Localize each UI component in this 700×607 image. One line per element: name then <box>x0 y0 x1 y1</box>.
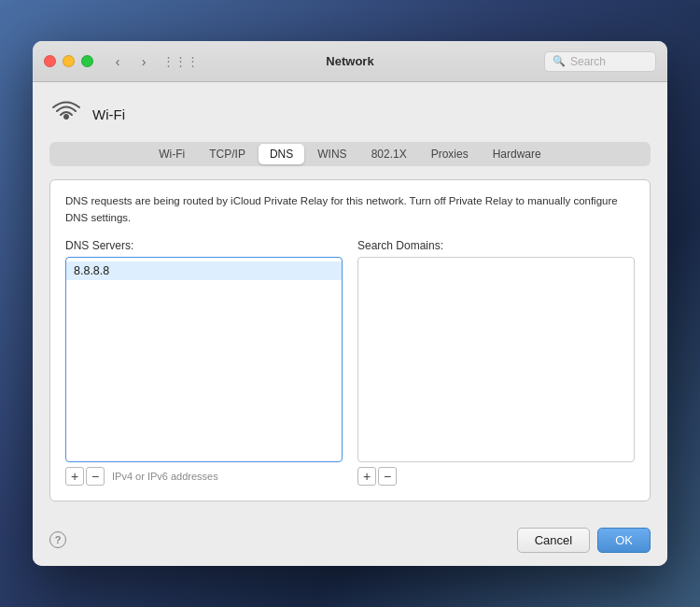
dns-add-button[interactable]: + <box>65 467 84 486</box>
ok-button[interactable]: OK <box>597 528 651 553</box>
footer-actions: Cancel OK <box>517 528 651 553</box>
traffic-lights <box>44 55 93 67</box>
search-domains-remove-button[interactable]: − <box>378 467 397 486</box>
dns-panel: DNS requests are being routed by iCloud … <box>49 179 651 501</box>
search-placeholder: Search <box>570 55 606 68</box>
tab-wins[interactable]: WINS <box>306 144 357 164</box>
info-text: DNS requests are being routed by iCloud … <box>65 193 635 226</box>
tab-wifi[interactable]: Wi-Fi <box>147 144 196 164</box>
dns-add-remove-bar: + − IPv4 or IPv6 addresses <box>65 467 343 486</box>
tab-tcpip[interactable]: TCP/IP <box>198 144 257 164</box>
cancel-button[interactable]: Cancel <box>517 528 590 553</box>
forward-button[interactable]: › <box>133 52 155 71</box>
columns: DNS Servers: 8.8.8.8 + − IPv4 or IPv6 ad… <box>65 239 635 486</box>
search-domains-list[interactable] <box>357 257 635 462</box>
tab-dns[interactable]: DNS <box>259 144 304 164</box>
minimize-button[interactable] <box>63 55 75 67</box>
footer: ? Cancel OK <box>33 516 667 566</box>
back-button[interactable]: ‹ <box>106 52 129 71</box>
maximize-button[interactable] <box>81 55 93 67</box>
content-area: Wi-Fi Wi-Fi TCP/IP DNS WINS 802.1X Proxi… <box>33 82 667 516</box>
dns-entry[interactable]: 8.8.8.8 <box>66 261 342 280</box>
search-domains-label: Search Domains: <box>357 239 635 252</box>
wifi-header: Wi-Fi <box>49 97 651 131</box>
dns-hint: IPv4 or IPv6 addresses <box>112 471 218 482</box>
help-button[interactable]: ? <box>49 531 66 548</box>
tab-8021x[interactable]: 802.1X <box>360 144 418 164</box>
close-button[interactable] <box>44 55 56 67</box>
search-domains-add-remove-bar: + − <box>357 467 635 486</box>
search-icon: 🔍 <box>553 55 566 67</box>
nav-buttons: ‹ › <box>106 52 155 71</box>
search-domains-add-button[interactable]: + <box>357 467 376 486</box>
wifi-label: Wi-Fi <box>92 106 125 122</box>
tab-bar: Wi-Fi TCP/IP DNS WINS 802.1X Proxies Har… <box>49 142 651 166</box>
titlebar: ‹ › ⋮⋮⋮ Network 🔍 Search <box>33 41 667 82</box>
search-domains-column: Search Domains: + − <box>357 239 635 486</box>
dns-remove-button[interactable]: − <box>86 467 105 486</box>
search-box[interactable]: 🔍 Search <box>544 51 656 72</box>
wifi-icon <box>49 97 83 131</box>
dns-servers-label: DNS Servers: <box>65 239 343 252</box>
dns-servers-column: DNS Servers: 8.8.8.8 + − IPv4 or IPv6 ad… <box>65 239 343 486</box>
window-title: Network <box>326 54 373 68</box>
network-window: ‹ › ⋮⋮⋮ Network 🔍 Search Wi-Fi Wi- <box>33 41 667 566</box>
tab-hardware[interactable]: Hardware <box>482 144 553 164</box>
tab-proxies[interactable]: Proxies <box>420 144 480 164</box>
grid-icon: ⋮⋮⋮ <box>162 54 199 68</box>
dns-servers-list[interactable]: 8.8.8.8 <box>65 257 343 462</box>
